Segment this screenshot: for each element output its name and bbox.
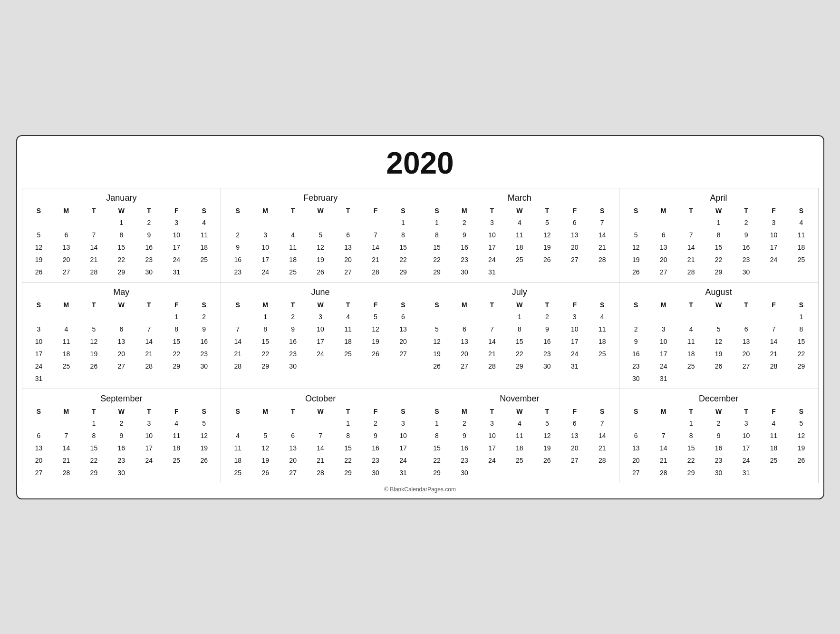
calendar-day: 22: [389, 254, 417, 266]
calendar-day: 20: [561, 442, 589, 454]
calendar-day: 8: [787, 323, 815, 335]
calendar-day: 19: [25, 254, 53, 266]
calendar-day: 23: [451, 454, 478, 467]
calendar-day: 23: [107, 454, 135, 467]
calendar-day: 14: [80, 241, 107, 254]
calendar-day: 6: [561, 417, 589, 429]
calendar-day: 13: [650, 241, 677, 254]
calendar-day: [362, 216, 389, 229]
day-header: M: [52, 299, 80, 311]
calendar-day: 13: [622, 442, 650, 454]
calendar-day: 5: [423, 323, 451, 335]
calendar-day: 12: [25, 241, 53, 254]
calendar-day: 7: [589, 417, 616, 429]
month-name-march: March: [423, 190, 616, 205]
calendar-day: 3: [389, 417, 417, 429]
calendar-day: 15: [677, 442, 705, 454]
calendar-day: 22: [107, 254, 135, 266]
day-header: T: [334, 299, 362, 311]
day-header: W: [307, 299, 334, 311]
calendar-day: 26: [622, 266, 650, 278]
calendar-day: 28: [362, 266, 389, 278]
day-header: W: [107, 406, 135, 417]
day-header: W: [705, 406, 733, 417]
calendar-day: 18: [163, 442, 190, 454]
calendar-day: 12: [787, 429, 815, 442]
calendar-day: 20: [650, 254, 677, 266]
calendar-day: [787, 372, 815, 385]
calendar-day: 9: [533, 323, 561, 335]
calendar-day: 7: [80, 229, 107, 241]
calendar-day: 6: [389, 311, 417, 323]
calendar-day: 21: [589, 241, 616, 254]
calendar-day: [622, 216, 650, 229]
calendar-day: 3: [561, 311, 589, 323]
calendar-day: 12: [533, 429, 561, 442]
month-table-march: SMTWTFS123456789101112131415161718192021…: [423, 205, 616, 278]
calendar-day: 2: [622, 323, 650, 335]
calendar-day: 9: [135, 229, 163, 241]
calendar-day: 12: [622, 241, 650, 254]
day-header: S: [224, 406, 251, 417]
calendar-day: 30: [107, 467, 135, 479]
day-header: T: [677, 299, 705, 311]
calendar-day: 10: [760, 229, 788, 241]
day-header: S: [423, 205, 451, 216]
calendar-day: 18: [190, 241, 218, 254]
calendar-day: [650, 311, 677, 323]
calendar-day: 30: [362, 467, 389, 479]
day-header: T: [334, 406, 362, 417]
calendar-day: 28: [307, 467, 334, 479]
calendar-day: 20: [622, 454, 650, 467]
day-header: F: [561, 406, 589, 417]
calendar-day: 7: [760, 323, 788, 335]
calendar-day: 2: [190, 311, 218, 323]
calendar-day: 11: [787, 229, 815, 241]
calendar-day: 18: [506, 442, 533, 454]
month-january: JanuarySMTWTFS12345678910111213141516171…: [22, 188, 222, 283]
month-name-july: July: [423, 284, 616, 299]
day-header: W: [506, 299, 533, 311]
calendar-day: 31: [650, 372, 677, 385]
calendar-day: 17: [733, 442, 760, 454]
calendar-day: 11: [589, 323, 616, 335]
calendar-day: [705, 372, 733, 385]
day-header: T: [279, 299, 307, 311]
calendar-day: 5: [80, 323, 107, 335]
day-header: S: [224, 205, 251, 216]
day-header: W: [307, 406, 334, 417]
calendar-day: 29: [423, 467, 451, 479]
calendar-day: [80, 311, 107, 323]
calendar-day: 25: [506, 454, 533, 467]
calendar-day: 2: [135, 216, 163, 229]
calendar-day: 8: [334, 429, 362, 442]
calendar-container: 2020 JanuarySMTWTFS123456789101112131415…: [16, 135, 824, 499]
calendar-day: 3: [251, 229, 279, 241]
calendar-day: 14: [478, 335, 506, 348]
month-name-november: November: [423, 391, 616, 406]
calendar-day: 8: [677, 429, 705, 442]
calendar-day: [307, 417, 334, 429]
calendar-day: [135, 311, 163, 323]
calendar-day: 4: [506, 417, 533, 429]
day-header: T: [279, 205, 307, 216]
calendar-day: 12: [362, 323, 389, 335]
calendar-day: 5: [533, 216, 561, 229]
calendar-day: 22: [334, 454, 362, 467]
calendar-day: [25, 311, 53, 323]
calendar-day: [506, 266, 533, 278]
day-header: S: [622, 299, 650, 311]
calendar-day: 25: [190, 254, 218, 266]
calendar-day: 25: [760, 454, 788, 467]
calendar-day: 11: [224, 442, 251, 454]
calendar-day: 21: [135, 348, 163, 360]
calendar-day: 1: [423, 417, 451, 429]
calendar-day: [334, 216, 362, 229]
calendar-day: 24: [650, 360, 677, 372]
calendar-day: 29: [705, 266, 733, 278]
calendar-day: 23: [451, 254, 478, 266]
day-header: F: [561, 205, 589, 216]
calendar-day: 13: [451, 335, 478, 348]
calendar-day: 1: [389, 216, 417, 229]
calendar-day: [760, 311, 788, 323]
